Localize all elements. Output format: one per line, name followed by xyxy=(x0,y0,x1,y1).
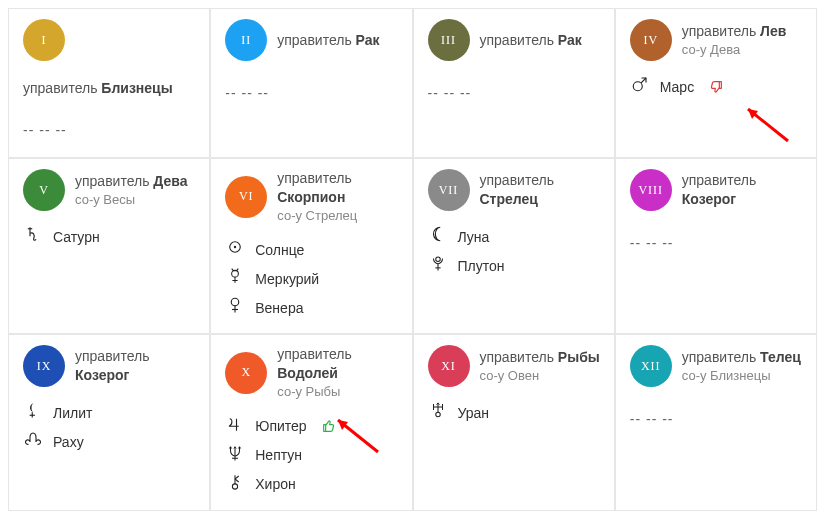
ruler-prefix: управитель xyxy=(682,349,756,365)
planet-row: Меркурий xyxy=(225,267,397,290)
ruler-prefix: управитель xyxy=(277,32,351,48)
coruler-line: со-у Близнецы xyxy=(682,367,801,385)
ruler-block: управитель Близнецы xyxy=(23,79,195,98)
planet-row: Сатурн xyxy=(23,225,195,248)
coruler-line: со-у Овен xyxy=(480,367,600,385)
planet-row: Нептун xyxy=(225,444,397,467)
ruler-prefix: управитель xyxy=(277,170,351,186)
lilith-icon xyxy=(23,401,43,424)
coruler-prefix: со-у xyxy=(75,192,100,207)
house-badge: XII xyxy=(630,345,672,387)
coruler-line: со-у Дева xyxy=(682,41,787,59)
house-header: I xyxy=(23,19,195,61)
ruler-prefix: управитель xyxy=(682,23,756,39)
thumbs-down-icon[interactable] xyxy=(708,79,724,95)
coruler-sign: Дева xyxy=(710,42,740,57)
house-number: III xyxy=(441,33,456,48)
planet-row: Юпитер xyxy=(225,415,397,438)
jupiter-icon xyxy=(225,415,245,438)
house-cell: IVуправитель Левсо-у ДеваМарс xyxy=(615,8,817,158)
ruler-line: управитель Рак xyxy=(277,31,379,50)
planet-name: Раху xyxy=(53,434,84,450)
house-cell: VIуправитель Скорпионсо-у СтрелецСолнцеМ… xyxy=(210,158,412,334)
mars-icon xyxy=(630,75,650,98)
house-number: V xyxy=(39,183,49,198)
ruler-block: управитель Козерог xyxy=(75,347,195,385)
house-header: VIIуправитель Стрелец xyxy=(428,169,600,211)
empty-placeholder: -- -- -- xyxy=(630,235,802,251)
planet-row: Марс xyxy=(630,75,802,98)
ruler-block: управитель Левсо-у Дева xyxy=(682,22,787,58)
ruler-sign: Стрелец xyxy=(480,191,538,207)
ruler-prefix: управитель xyxy=(682,172,756,188)
ruler-block: управитель Скорпионсо-у Стрелец xyxy=(277,169,397,224)
ruler-block: управитель Стрелец xyxy=(480,171,600,209)
coruler-sign: Близнецы xyxy=(710,368,770,383)
coruler-prefix: со-у xyxy=(682,42,707,57)
pluto-icon xyxy=(428,254,448,277)
house-cell: IXуправитель КозерогЛилитРаху xyxy=(8,334,210,510)
svg-line-0 xyxy=(748,109,788,141)
ruler-line: управитель Рак xyxy=(480,31,582,50)
houses-grid: Iуправитель Близнецы-- -- --IIуправитель… xyxy=(8,8,817,511)
ruler-block: управитель Водолейсо-у Рыбы xyxy=(277,345,397,400)
house-cell: Vуправитель Девасо-у ВесыСатурн xyxy=(8,158,210,334)
house-cell: Iуправитель Близнецы-- -- -- xyxy=(8,8,210,158)
thumbs-up-icon[interactable] xyxy=(321,418,337,434)
ruler-sign: Дева xyxy=(153,173,187,189)
planet-row: Венера xyxy=(225,296,397,319)
house-header: IXуправитель Козерог xyxy=(23,345,195,387)
ruler-sign: Водолей xyxy=(277,365,338,381)
house-header: IIIуправитель Рак xyxy=(428,19,600,61)
ruler-block: управитель Рыбысо-у Овен xyxy=(480,348,600,384)
chiron-icon xyxy=(225,473,245,496)
house-cell: XIуправитель Рыбысо-у ОвенУран xyxy=(413,334,615,510)
house-badge: IX xyxy=(23,345,65,387)
planet-name: Нептун xyxy=(255,447,302,463)
neptune-icon xyxy=(225,444,245,467)
coruler-sign: Овен xyxy=(508,368,539,383)
ruler-prefix: управитель xyxy=(480,172,554,188)
ruler-prefix: управитель xyxy=(75,348,149,364)
ruler-line: управитель Водолей xyxy=(277,345,397,383)
house-badge: I xyxy=(23,19,65,61)
house-header: IVуправитель Левсо-у Дева xyxy=(630,19,802,61)
coruler-prefix: со-у xyxy=(277,384,302,399)
house-badge: X xyxy=(225,352,267,394)
planet-row: Раху xyxy=(23,430,195,453)
svg-marker-1 xyxy=(748,109,758,119)
ruler-line: управитель Телец xyxy=(682,348,801,367)
planet-name: Солнце xyxy=(255,242,304,258)
planet-name: Венера xyxy=(255,300,303,316)
ruler-block: управитель Козерог xyxy=(682,171,802,209)
planet-name: Меркурий xyxy=(255,271,319,287)
house-number: VI xyxy=(239,189,254,204)
ruler-line: управитель Козерог xyxy=(682,171,802,209)
ruler-prefix: управитель xyxy=(23,80,97,96)
ruler-block: управитель Телецсо-у Близнецы xyxy=(682,348,801,384)
coruler-line: со-у Весы xyxy=(75,191,187,209)
house-cell: IIуправитель Рак-- -- -- xyxy=(210,8,412,158)
house-header: Xуправитель Водолейсо-у Рыбы xyxy=(225,345,397,400)
house-header: XIIуправитель Телецсо-у Близнецы xyxy=(630,345,802,387)
empty-placeholder: -- -- -- xyxy=(630,411,802,427)
planet-name: Юпитер xyxy=(255,418,306,434)
house-badge: VIII xyxy=(630,169,672,211)
planet-row: Луна xyxy=(428,225,600,248)
house-badge: II xyxy=(225,19,267,61)
mercury-icon xyxy=(225,267,245,290)
house-number: VIII xyxy=(638,183,663,198)
ruler-line: управитель Близнецы xyxy=(23,79,195,98)
house-header: VIуправитель Скорпионсо-у Стрелец xyxy=(225,169,397,224)
house-number: X xyxy=(241,365,251,380)
house-number: II xyxy=(241,33,251,48)
ruler-line: управитель Стрелец xyxy=(480,171,600,209)
planet-name: Плутон xyxy=(458,258,505,274)
ruler-block: управитель Рак xyxy=(480,31,582,50)
empty-placeholder: -- -- -- xyxy=(225,85,397,101)
ruler-sign: Близнецы xyxy=(101,80,172,96)
ruler-line: управитель Лев xyxy=(682,22,787,41)
ruler-sign: Рыбы xyxy=(558,349,600,365)
ruler-block: управитель Рак xyxy=(277,31,379,50)
coruler-prefix: со-у xyxy=(682,368,707,383)
